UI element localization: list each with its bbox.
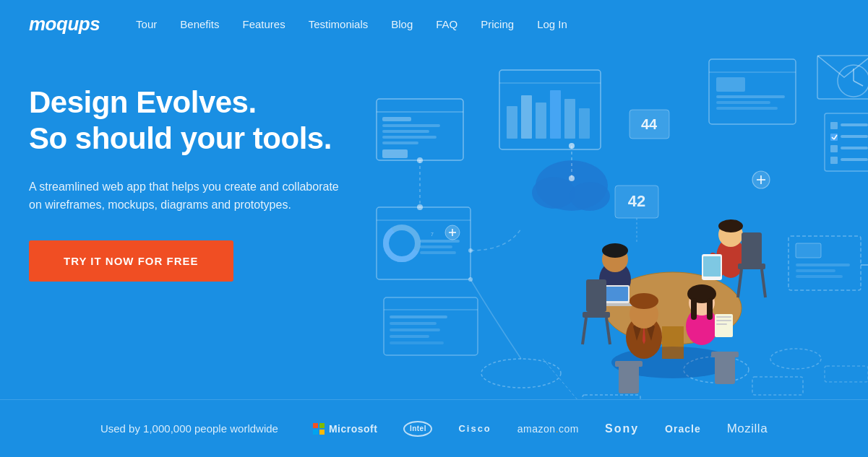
svg-rect-35	[830, 145, 838, 152]
svg-rect-25	[716, 101, 770, 104]
svg-rect-54	[420, 245, 452, 248]
svg-rect-23	[716, 77, 745, 92]
svg-rect-7	[382, 149, 408, 158]
svg-rect-30	[841, 123, 868, 126]
svg-rect-85	[390, 328, 440, 331]
svg-point-109	[629, 293, 658, 309]
navigation: moqups Tour Benefits Features Testimonia…	[0, 0, 868, 48]
hero-subtitle: A streamlined web app that helps you cre…	[29, 178, 340, 214]
svg-rect-53	[420, 240, 460, 243]
svg-rect-84	[390, 322, 437, 325]
cisco-logo: Cisco	[458, 423, 491, 434]
svg-point-18	[570, 182, 610, 211]
microsoft-logo: Microsoft	[313, 423, 378, 435]
microsoft-label: Microsoft	[329, 423, 378, 435]
svg-text:7: 7	[431, 232, 434, 237]
svg-rect-130	[615, 361, 643, 367]
svg-rect-24	[716, 95, 785, 98]
svg-rect-48	[377, 207, 470, 279]
amazon-logo: amazon.com	[517, 423, 579, 435]
nav-testimonials[interactable]: Testimonials	[309, 18, 369, 30]
svg-text:42: 42	[628, 192, 645, 210]
svg-rect-12	[536, 103, 546, 139]
svg-point-64	[770, 349, 821, 369]
svg-line-41	[854, 81, 863, 86]
nav-faq[interactable]: FAQ	[436, 18, 457, 30]
svg-rect-119	[586, 279, 606, 312]
svg-rect-123	[742, 232, 762, 265]
svg-rect-5	[382, 136, 437, 139]
svg-rect-37	[830, 157, 838, 164]
svg-rect-31	[830, 134, 838, 141]
nav-blog[interactable]: Blog	[391, 18, 413, 30]
svg-rect-86	[390, 335, 429, 338]
microsoft-grid-icon	[313, 423, 325, 435]
svg-rect-26	[716, 107, 778, 110]
svg-rect-113	[691, 298, 697, 320]
svg-point-17	[532, 177, 575, 209]
svg-rect-71	[796, 243, 821, 258]
svg-rect-15	[579, 108, 590, 139]
mozilla-logo: Mozilla	[727, 422, 768, 436]
footer-bar: Used by 1,000,000 people worldwide Micro…	[0, 399, 868, 457]
nav-features[interactable]: Features	[243, 18, 285, 30]
svg-rect-13	[550, 90, 561, 139]
svg-point-62	[481, 359, 561, 388]
svg-line-121	[583, 318, 586, 344]
hero-content: Design Evolves. So should your tools. A …	[29, 70, 340, 397]
svg-rect-117	[716, 320, 731, 321]
svg-rect-6	[382, 142, 418, 144]
svg-rect-10	[507, 106, 517, 139]
logo[interactable]: moqups	[29, 13, 100, 35]
svg-rect-66	[752, 377, 803, 395]
used-by-text: Used by 1,000,000 people worldwide	[100, 422, 278, 435]
svg-point-77	[468, 277, 473, 282]
hero-title: Design Evolves. So should your tools.	[29, 84, 340, 157]
svg-rect-116	[716, 316, 731, 318]
svg-rect-67	[825, 366, 868, 382]
svg-rect-34	[841, 135, 868, 138]
svg-rect-118	[716, 323, 727, 325]
oracle-logo: Oracle	[665, 423, 701, 435]
svg-rect-128	[711, 352, 739, 357]
svg-rect-120	[583, 312, 610, 318]
intel-logo: Intel	[403, 421, 432, 437]
svg-rect-29	[830, 122, 838, 129]
svg-rect-103	[703, 256, 721, 277]
oracle-label: Oracle	[665, 423, 701, 435]
hero-illustration: 44	[362, 41, 868, 431]
svg-rect-127	[715, 355, 735, 384]
svg-rect-83	[390, 315, 447, 318]
cta-button[interactable]: TRY IT NOW FOR FREE	[29, 240, 233, 282]
amazon-label: amazon.com	[517, 423, 579, 435]
nav-links: Tour Benefits Features Testimonials Blog…	[136, 18, 567, 31]
svg-rect-55	[420, 251, 456, 254]
svg-point-100	[718, 219, 743, 232]
nav-benefits[interactable]: Benefits	[180, 18, 219, 30]
cisco-label: Cisco	[458, 423, 491, 434]
svg-text:44: 44	[641, 116, 658, 132]
svg-rect-124	[738, 264, 765, 269]
svg-rect-74	[796, 275, 843, 278]
svg-rect-81	[384, 297, 478, 355]
mozilla-label: Mozilla	[727, 422, 768, 436]
svg-point-43	[569, 143, 575, 149]
svg-point-94	[602, 243, 628, 258]
svg-rect-72	[796, 264, 850, 266]
nav-tour[interactable]: Tour	[136, 18, 157, 30]
hero-section: Design Evolves. So should your tools. A …	[0, 48, 868, 397]
svg-point-46	[417, 157, 423, 163]
nav-login[interactable]: Log In	[537, 18, 567, 30]
brand-logos: Microsoft Intel Cisco amazon.com Sony Or…	[313, 421, 768, 437]
svg-rect-11	[521, 95, 532, 139]
svg-point-44	[569, 175, 575, 181]
svg-rect-3	[382, 124, 440, 127]
svg-rect-38	[841, 158, 868, 161]
nav-pricing[interactable]: Pricing	[481, 18, 514, 30]
svg-rect-87	[390, 341, 444, 344]
svg-rect-129	[619, 365, 639, 393]
sony-label: Sony	[605, 422, 639, 435]
svg-rect-73	[796, 269, 835, 272]
svg-rect-2	[382, 117, 411, 121]
sony-logo: Sony	[605, 422, 639, 435]
